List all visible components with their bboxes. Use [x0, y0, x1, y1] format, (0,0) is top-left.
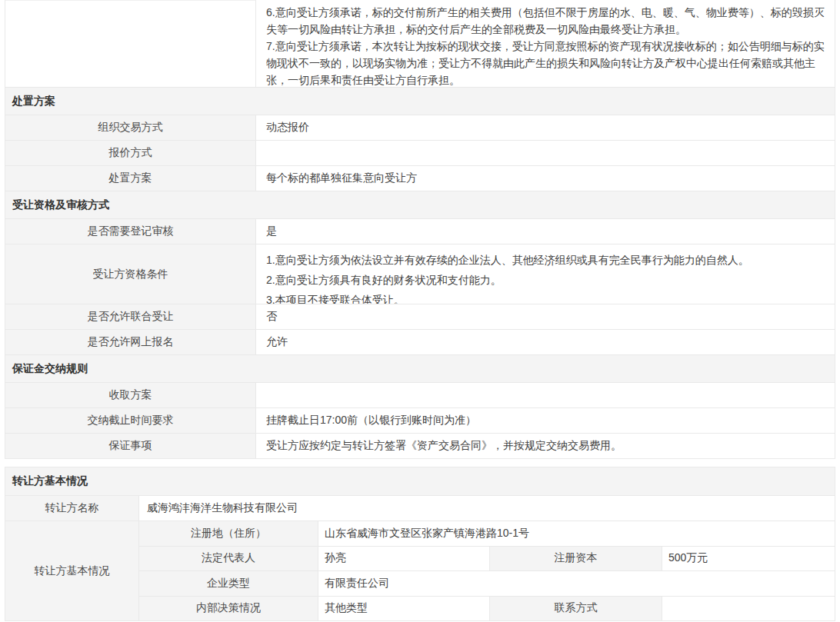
table-row: 受让方资格条件 1.意向受让方须为依法设立并有效存续的企业法人、其他经济组织或具… [5, 244, 835, 304]
table-row: 注册地（住所） 山东省威海市文登区张家产镇海港路10-1号 [139, 521, 835, 546]
table-row: 是否允许网上报名 允许 [5, 329, 835, 354]
field-value: 受让方应按约定与转让方签署《资产交易合同》，并按规定交纳交易费用。 [256, 434, 835, 458]
table-gap [0, 459, 840, 467]
field-label: 是否需要登记审核 [5, 219, 256, 244]
field-label: 是否允许网上报名 [5, 330, 256, 354]
condition-line: 1.意向受让方须为依法设立并有效存续的企业法人、其他经济组织或具有完全民事行为能… [266, 250, 825, 270]
group-label: 转让方基本情况 [5, 521, 139, 620]
field-value: 挂牌截止日17:00前（以银行到账时间为准） [256, 408, 835, 433]
field-label: 转让方名称 [5, 496, 139, 521]
field-label: 组织交易方式 [5, 115, 256, 140]
table-row: 6.意向受让方须承诺，标的交付前所产生的相关费用（包括但不限于房屋的水、电、暖、… [5, 0, 835, 87]
field-value: 孙亮 [318, 547, 490, 571]
table-row: 法定代表人 孙亮 注册资本 500万元 [139, 546, 835, 571]
transferor-detail-subtable: 注册地（住所） 山东省威海市文登区张家产镇海港路10-1号 法定代表人 孙亮 注… [139, 521, 835, 620]
field-value: 山东省威海市文登区张家产镇海港路10-1号 [318, 521, 835, 546]
commitment-clause-text: 6.意向受让方须承诺，标的交付前所产生的相关费用（包括但不限于房屋的水、电、暖、… [256, 0, 835, 87]
transferor-name-value: 威海鸿沣海洋生物科技有限公司 [139, 496, 835, 521]
field-value [662, 597, 835, 621]
field-label: 交纳截止时间要求 [5, 408, 256, 433]
condition-line: 2.意向受让方须具有良好的财务状况和支付能力。 [266, 270, 825, 290]
table-row: 处置方案 每个标的都单独征集意向受让方 [5, 165, 835, 191]
field-label: 是否允许联合受让 [5, 304, 256, 329]
field-value: 动态报价 [256, 115, 835, 140]
empty-label-cell [5, 0, 256, 87]
clause-item-7: 7.意向受让方须承诺，本次转让为按标的现状交接，受让方同意按照标的资产现有状况接… [266, 38, 825, 87]
field-value: 其他类型 [318, 597, 490, 621]
field-label: 保证事项 [5, 434, 256, 458]
field-value [256, 141, 835, 165]
table-row: 是否需要登记审核 是 [5, 218, 835, 244]
field-value [256, 383, 835, 407]
table-row: 收取方案 [5, 382, 835, 407]
field-value: 允许 [256, 330, 835, 354]
table-row: 组织交易方式 动态报价 [5, 115, 835, 140]
qualification-conditions: 1.意向受让方须为依法设立并有效存续的企业法人、其他经济组织或具有完全民事行为能… [256, 244, 835, 304]
field-label: 注册地（住所） [139, 521, 318, 546]
field-label: 企业类型 [139, 571, 318, 596]
transferor-detail-group-row: 转让方基本情况 注册地（住所） 山东省威海市文登区张家产镇海港路10-1号 法定… [5, 521, 835, 620]
table-row: 内部决策情况 其他类型 联系方式 [139, 596, 835, 621]
field-label: 收取方案 [5, 383, 256, 407]
transferor-info-table: 转让方基本情况 转让方名称 威海鸿沣海洋生物科技有限公司 转让方基本情况 注册地… [5, 467, 835, 621]
asset-listing-detail-page: 6.意向受让方须承诺，标的交付前所产生的相关费用（包括但不限于房屋的水、电、暖、… [0, 0, 840, 622]
field-label: 处置方案 [5, 166, 256, 191]
section-header-disposal: 处置方案 [5, 87, 835, 115]
field-label: 注册资本 [490, 547, 662, 571]
condition-line: 3.本项目不接受联合体受让。 [266, 290, 825, 304]
field-label: 联系方式 [490, 597, 662, 621]
section-title: 处置方案 [12, 95, 55, 108]
clause-item-6: 6.意向受让方须承诺，标的交付前所产生的相关费用（包括但不限于房屋的水、电、暖、… [266, 4, 825, 38]
field-value: 是 [256, 219, 835, 244]
section-header-transferor: 转让方基本情况 [5, 467, 835, 495]
field-value: 每个标的都单独征集意向受让方 [256, 166, 835, 191]
table-row: 是否允许联合受让 否 [5, 304, 835, 329]
field-label: 受让方资格条件 [5, 244, 256, 304]
listing-terms-table: 6.意向受让方须承诺，标的交付前所产生的相关费用（包括但不限于房屋的水、电、暖、… [5, 0, 835, 459]
field-value: 有限责任公司 [318, 571, 835, 596]
section-title: 受让资格及审核方式 [12, 198, 109, 212]
field-value: 500万元 [662, 547, 835, 571]
field-label: 内部决策情况 [139, 597, 318, 621]
section-title: 保证金交纳规则 [12, 362, 88, 376]
field-label: 报价方式 [5, 141, 256, 165]
field-label: 法定代表人 [139, 547, 318, 571]
section-title: 转让方基本情况 [12, 474, 88, 488]
table-row: 转让方名称 威海鸿沣海洋生物科技有限公司 [5, 495, 835, 521]
section-header-qualification: 受让资格及审核方式 [5, 191, 835, 218]
section-header-deposit: 保证金交纳规则 [5, 354, 835, 382]
table-row: 报价方式 [5, 140, 835, 165]
table-row: 保证事项 受让方应按约定与转让方签署《资产交易合同》，并按规定交纳交易费用。 [5, 433, 835, 458]
field-value: 否 [256, 304, 835, 329]
table-row: 交纳截止时间要求 挂牌截止日17:00前（以银行到账时间为准） [5, 407, 835, 433]
table-row: 企业类型 有限责任公司 [139, 570, 835, 596]
